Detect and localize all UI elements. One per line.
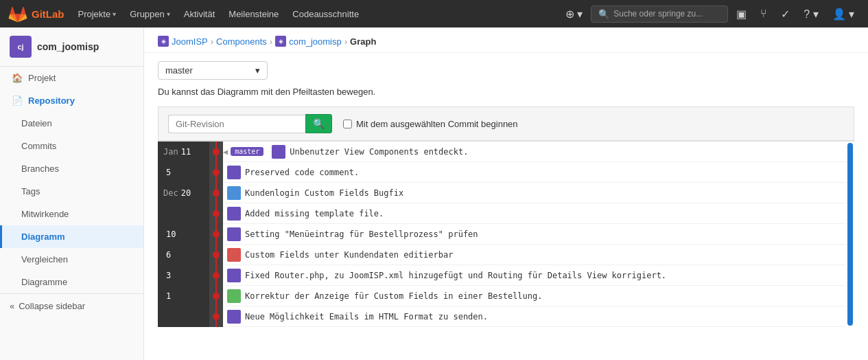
commit-dot-cell: [209, 162, 223, 183]
commit-message[interactable]: Setting "Menüeintrag für Bestellprozess"…: [245, 229, 841, 239]
commit-avatar: [272, 145, 285, 159]
commit-message[interactable]: Added missing template file.: [245, 209, 841, 218]
commit-row: Preserved code comment.: [223, 162, 846, 183]
commit-row: Neue Möglichkeit Emails im HTML Format z…: [223, 306, 846, 327]
project-avatar: cj: [10, 36, 32, 58]
sidebar-toggle-icon[interactable]: ▣: [731, 0, 752, 27]
merge-requests-icon[interactable]: ⑂: [755, 0, 773, 27]
commit-message[interactable]: Unbenutzer View Components entdeckt.: [290, 147, 841, 157]
issues-icon[interactable]: ✓: [775, 0, 795, 27]
commit-avatar: [227, 289, 241, 303]
nav-codeausschnitte[interactable]: Codeausschnitte: [287, 0, 364, 27]
sidebar-item-tags[interactable]: Tags: [0, 180, 143, 203]
commit-row: Fixed Router.php, zu JoomISP.xml hinzuge…: [223, 265, 846, 286]
graph-commits: ◀masterUnbenutzer View Components entdec…: [223, 142, 846, 327]
commit-dot-cell: [209, 203, 223, 224]
breadcrumb-icon: ◈: [158, 36, 169, 47]
topnav: GitLab Projekte ▾ Gruppen ▾ Aktivität Me…: [0, 0, 868, 27]
commit-avatar: [227, 186, 241, 200]
commit-dot-cell: [209, 265, 223, 286]
collapse-sidebar-button[interactable]: « Collapse sidebar: [0, 293, 143, 318]
graph-scrollbar[interactable]: [847, 143, 853, 326]
search-icon: 🔍: [598, 9, 609, 19]
commit-dot-cell: [209, 224, 223, 245]
graph-area: Jan115Dec2010631 ◀masterUnbenutzer View …: [158, 141, 854, 327]
sidebar: cj com_joomisp 🏠 Projekt 📄 Repository Da…: [0, 27, 144, 360]
breadcrumb-project-icon: ◈: [275, 36, 286, 47]
graph-line-col: [209, 142, 223, 327]
nav-projekte[interactable]: Projekte ▾: [73, 0, 122, 27]
sidebar-item-branches[interactable]: Branches: [0, 157, 143, 180]
main-layout: cj com_joomisp 🏠 Projekt 📄 Repository Da…: [0, 27, 868, 360]
graph-date-row: [158, 306, 209, 327]
commit-avatar: [227, 166, 241, 179]
commit-message[interactable]: Neue Möglichkeit Emails im HTML Format z…: [245, 312, 841, 322]
collapse-icon: «: [10, 301, 14, 311]
commit-filter-checkbox[interactable]: [343, 120, 352, 128]
new-item-button[interactable]: ⊕ ▾: [560, 0, 588, 27]
commit-avatar: [227, 310, 241, 324]
search-box[interactable]: 🔍 Suche oder springe zu...: [591, 5, 728, 23]
sidebar-item-diagramm[interactable]: Diagramm: [0, 225, 143, 248]
commit-filter-label[interactable]: Mit dem ausgewählten Commit beginnen: [343, 119, 518, 129]
commit-message[interactable]: Custom Fields unter Kundendaten editierb…: [245, 250, 841, 260]
home-icon: 🏠: [12, 73, 23, 83]
commit-avatar: [227, 207, 241, 221]
graph-date-row: Jan11: [158, 142, 209, 162]
graph-date-row: 5: [158, 162, 209, 183]
commit-avatar: [227, 248, 241, 262]
nav-meilensteine[interactable]: Meilensteine: [223, 0, 284, 27]
nav-aktivitat[interactable]: Aktivität: [178, 0, 221, 27]
master-arrow: ◀: [223, 147, 228, 157]
commit-row: Setting "Menüeintrag für Bestellprozess"…: [223, 224, 846, 245]
commit-message[interactable]: Korrektur der Anzeige für Custom Fields …: [245, 291, 841, 301]
search-bar: 🔍 Mit dem ausgewählten Commit beginnen: [158, 106, 854, 141]
sidebar-project: cj com_joomisp: [0, 27, 143, 67]
main-content: ◈ JoomISP › Components › ◈ com_joomisp ›…: [144, 27, 868, 360]
chevron-down-icon: ▾: [167, 10, 170, 18]
commit-row: Custom Fields unter Kundendaten editierb…: [223, 245, 846, 265]
commit-row: Korrektur der Anzeige für Custom Fields …: [223, 286, 846, 306]
commit-message[interactable]: Preserved code comment.: [245, 168, 841, 177]
commit-message[interactable]: Fixed Router.php, zu JoomISP.xml hinzuge…: [245, 271, 841, 280]
breadcrumb: ◈ JoomISP › Components › ◈ com_joomisp ›…: [144, 27, 868, 53]
commit-dot-cell: [209, 306, 223, 327]
branch-dropdown[interactable]: master ▾: [158, 61, 268, 80]
sidebar-item-vergleichen[interactable]: Vergleichen: [0, 248, 143, 271]
search-button[interactable]: 🔍: [305, 114, 332, 133]
graph-date-row: 3: [158, 265, 209, 286]
sidebar-item-dateien[interactable]: Dateien: [0, 112, 143, 135]
graph-date-row: 10: [158, 224, 209, 245]
breadcrumb-com-joomisp[interactable]: com_joomisp: [289, 36, 342, 47]
graph-date-row: 1: [158, 286, 209, 306]
master-badge: master: [231, 147, 263, 156]
commit-avatar: [227, 269, 241, 282]
chevron-down-icon: ▾: [113, 10, 116, 18]
user-avatar[interactable]: 👤 ▾: [827, 0, 860, 27]
graph-date-row: Dec20: [158, 183, 209, 203]
commit-message[interactable]: Kundenlogin Custom Fields Bugfix: [245, 188, 841, 198]
commit-dot-cell: [209, 245, 223, 265]
commit-avatar: [227, 227, 241, 241]
sidebar-item-commits[interactable]: Commits: [0, 135, 143, 157]
help-icon[interactable]: ? ▾: [798, 0, 823, 27]
graph-date-row: 6: [158, 245, 209, 265]
commit-dot-cell: [209, 142, 223, 162]
breadcrumb-components[interactable]: Components: [216, 36, 267, 47]
nav-gruppen[interactable]: Gruppen ▾: [124, 0, 176, 27]
commit-row: Added missing template file.: [223, 203, 846, 224]
page-body: master ▾ Du kannst das Diagramm mit den …: [144, 53, 868, 335]
info-text: Du kannst das Diagramm mit den Pfeiltast…: [158, 87, 854, 97]
breadcrumb-current: Graph: [350, 36, 376, 47]
sidebar-item-repository[interactable]: 📄 Repository: [0, 89, 143, 112]
breadcrumb-joomisp[interactable]: JoomISP: [172, 36, 208, 47]
sidebar-item-projekt[interactable]: 🏠 Projekt: [0, 67, 143, 89]
sidebar-item-diagramme[interactable]: Diagramme: [0, 271, 143, 293]
commit-dot-cell: [209, 183, 223, 203]
graph-date-row: [158, 203, 209, 224]
gitlab-logo[interactable]: GitLab: [8, 4, 64, 23]
book-icon: 📄: [12, 95, 23, 106]
sidebar-item-mitwirkende[interactable]: Mitwirkende: [0, 203, 143, 225]
commit-row: Kundenlogin Custom Fields Bugfix: [223, 183, 846, 203]
git-revision-input[interactable]: [168, 115, 305, 133]
